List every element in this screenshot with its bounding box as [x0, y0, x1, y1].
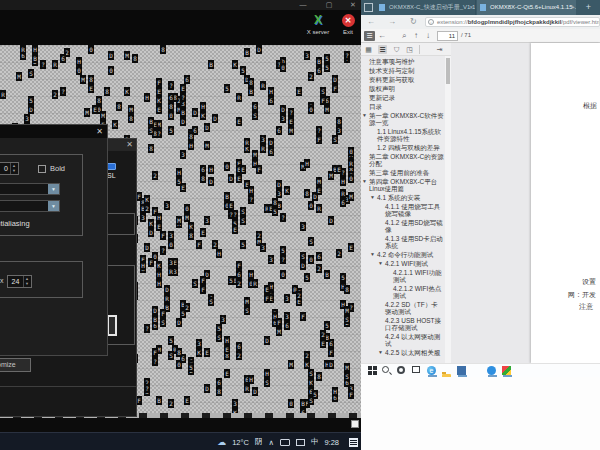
noise-glyph: F	[148, 258, 154, 267]
noise-glyph: 6	[236, 270, 242, 279]
chevron-down-icon[interactable]: ▼	[378, 349, 383, 356]
clock[interactable]: 9:28	[324, 438, 339, 447]
outline-item[interactable]: ▼第一章 OKMX8X-C软件资源一览	[361, 112, 444, 126]
noise-glyph: E	[204, 348, 210, 357]
appblue-taskbar-icon[interactable]	[457, 366, 466, 375]
search-taskbar-icon[interactable]	[382, 366, 389, 373]
appcolor-taskbar-icon[interactable]	[502, 366, 511, 375]
search-icon[interactable]: ⌕	[402, 31, 406, 41]
maximize-icon[interactable]: ▢	[322, 1, 336, 9]
monitor-icon[interactable]	[296, 439, 305, 446]
new-tab-button[interactable]: +	[583, 2, 594, 13]
attachments-icon[interactable]: ⛉	[392, 45, 401, 54]
outline-item[interactable]: 第三章 使用前的准备	[361, 169, 444, 176]
outline-icon[interactable]: ☰	[378, 45, 387, 54]
exit-button[interactable]: ✕ Exit	[331, 14, 365, 35]
outline-item[interactable]: 4.2.2 SD（TF）卡驱动测试	[361, 301, 444, 315]
outline-item[interactable]: 更新记录	[361, 94, 444, 101]
xserver-button[interactable]: X X server	[301, 14, 335, 35]
close-icon[interactable]: ✕	[346, 1, 360, 9]
chevron-down-icon[interactable]: ▼	[370, 194, 375, 201]
outline-item[interactable]: 资料更新与获取	[361, 76, 444, 83]
chevron-down-icon[interactable]: ▼	[378, 260, 383, 267]
sidebar-toggle-icon[interactable]: ☰	[364, 31, 375, 41]
chevron-down-icon[interactable]: ▼	[48, 201, 59, 211]
scrollbar-corner[interactable]	[351, 420, 359, 428]
cortana-taskbar-icon[interactable]	[397, 366, 405, 374]
outline-item[interactable]: 技术支持与定制	[361, 67, 444, 74]
tab-user-manual-active[interactable]: OKMX8X-C-Qt5.6+Linux4.1.15-... ×	[477, 0, 576, 15]
noise-glyph: R	[244, 138, 250, 147]
tab-quickstart-manual[interactable]: OKMX8X-C_快速启动手册_V1.1... ×	[376, 0, 476, 15]
close-icon[interactable]: ×	[570, 0, 574, 15]
cloud-icon[interactable]: ☁	[217, 437, 226, 447]
layers-icon[interactable]: ◳	[405, 45, 414, 54]
page-number-input[interactable]: 11	[437, 31, 458, 41]
close-icon[interactable]: ✕	[126, 140, 133, 149]
outline-item[interactable]: 4.1.3 使用SD卡启动系统	[361, 235, 444, 249]
outline-item[interactable]: ▼4.2.5 以太网相关服	[361, 349, 444, 356]
reload-icon[interactable]: ↻	[410, 17, 417, 27]
forward-icon[interactable]: →	[388, 17, 396, 27]
edge-taskbar-icon[interactable]: e	[427, 366, 436, 375]
outline-item[interactable]: 4.1.2 使用SD烧写镜像	[361, 219, 444, 233]
font-style-dropdown[interactable]: ▼	[0, 200, 60, 212]
temperature[interactable]: 12°C	[232, 438, 249, 447]
appblue2-taskbar-icon[interactable]	[487, 366, 496, 375]
touch-keyboard-icon[interactable]	[280, 439, 290, 446]
back-icon[interactable]: ←	[378, 31, 386, 41]
url-bar[interactable]: i extension://bfdogplmndidlpjfhojckpakkd…	[425, 17, 600, 27]
outline-item[interactable]: 版权声明	[361, 85, 444, 92]
chevron-up-icon[interactable]: ∧	[268, 438, 274, 447]
next-page-icon[interactable]: ↓	[426, 31, 430, 41]
ime-indicator[interactable]: 中	[311, 437, 319, 447]
chevron-down-icon[interactable]: ▼	[362, 178, 367, 185]
outline-item[interactable]: 4.2.1.1 WIFI功能测试	[361, 269, 444, 283]
outline-item[interactable]: 4.2.4 以太网驱动测试	[361, 333, 444, 347]
outline-item[interactable]: 4.2.1.2 WIFI热点测试	[361, 285, 444, 299]
weather-text[interactable]: 阴	[255, 437, 263, 447]
bold-checkbox[interactable]	[38, 165, 46, 173]
spinner-arrows-icon[interactable]: ▲▼	[10, 163, 17, 174]
outline-item[interactable]: 1.1 Linux4.1.15系统软件资源特性	[361, 128, 444, 142]
font-size-spinner[interactable]: 0 ▲▼	[0, 162, 19, 175]
size-spinner[interactable]: 24 ▲▼	[7, 275, 32, 288]
noise-glyph: S	[240, 216, 246, 225]
outline-item[interactable]: ▼4.1 系统的安装	[361, 194, 444, 201]
noise-glyph: F	[160, 231, 166, 240]
chevron-down-icon[interactable]: ▼	[48, 184, 59, 194]
outline-item[interactable]: 第二章 OKMX8X-C的资源分配	[361, 153, 444, 167]
info-icon[interactable]: i	[428, 19, 434, 25]
notification-panel-icon[interactable]	[349, 438, 358, 447]
back-icon[interactable]: ←	[367, 17, 375, 27]
minimize-icon[interactable]: —	[296, 1, 310, 9]
outline-item[interactable]: 4.2.3 USB HOST接口存储测试	[361, 317, 444, 331]
outline-item[interactable]: ▼4.2.1 WIFI测试	[361, 260, 444, 267]
spinner-arrows-icon[interactable]: ▲▼	[23, 276, 30, 287]
tab-list-icon[interactable]	[364, 3, 373, 12]
thumbnails-icon[interactable]: ▦	[364, 45, 373, 54]
customize-button[interactable]: omize	[0, 358, 31, 372]
outline-item[interactable]: 目录	[361, 103, 444, 110]
outline-item[interactable]: 1.2 四核与双核的差异	[361, 144, 444, 151]
unknown-button-fragment[interactable]	[107, 315, 117, 336]
prev-page-icon[interactable]: ↑	[414, 31, 418, 41]
chevron-down-icon[interactable]: ▼	[370, 251, 375, 258]
font-family-dropdown[interactable]: ▼	[0, 183, 60, 195]
scrollbar-thumb[interactable]	[446, 58, 450, 84]
close-icon[interactable]: ×	[469, 0, 473, 15]
current-outline-item-icon[interactable]: ⇥	[435, 45, 444, 54]
start-taskbar-icon[interactable]	[367, 366, 378, 375]
taskview-taskbar-icon[interactable]	[412, 366, 420, 373]
outline-item[interactable]: ▼第四章 OKMX8X-C平台Linux使用篇	[361, 178, 444, 192]
noise-glyph: 6	[168, 93, 174, 102]
outline-item[interactable]: 4.1.1 使用烧写工具烧写镜像	[361, 203, 444, 217]
outline-item-label: 4.2.4 以太网驱动测试	[385, 333, 440, 347]
noise-glyph: 6	[316, 66, 322, 75]
noise-glyph: S	[244, 306, 250, 315]
chevron-down-icon[interactable]: ▼	[362, 112, 367, 119]
outline-item[interactable]: 注意事项与维护	[361, 58, 444, 65]
close-icon[interactable]: ✕	[96, 127, 103, 136]
outline-item[interactable]: ▼4.2 命令行功能测试	[361, 251, 444, 258]
size-prefix-label: x	[0, 277, 4, 284]
